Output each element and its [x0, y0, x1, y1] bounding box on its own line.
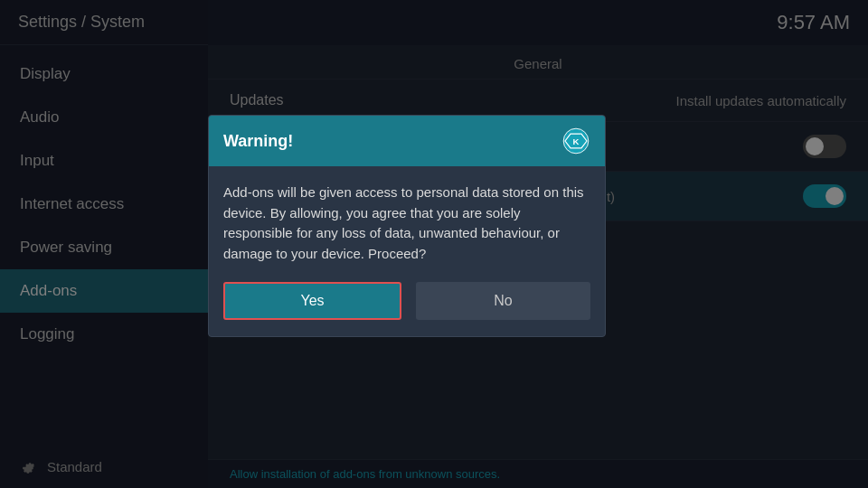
no-button[interactable]: No [416, 282, 590, 320]
svg-text:K: K [573, 136, 580, 146]
warning-dialog: Warning! K Add-ons will be given access … [208, 115, 606, 337]
dialog-title: Warning! [223, 132, 293, 151]
dialog-header: Warning! K [209, 116, 605, 166]
dialog-overlay: Warning! K Add-ons will be given access … [0, 0, 868, 488]
dialog-body: Add-ons will be given access to personal… [209, 166, 605, 282]
dialog-buttons: Yes No [209, 282, 605, 336]
kodi-logo-icon: K [561, 127, 590, 155]
yes-button[interactable]: Yes [223, 282, 401, 320]
